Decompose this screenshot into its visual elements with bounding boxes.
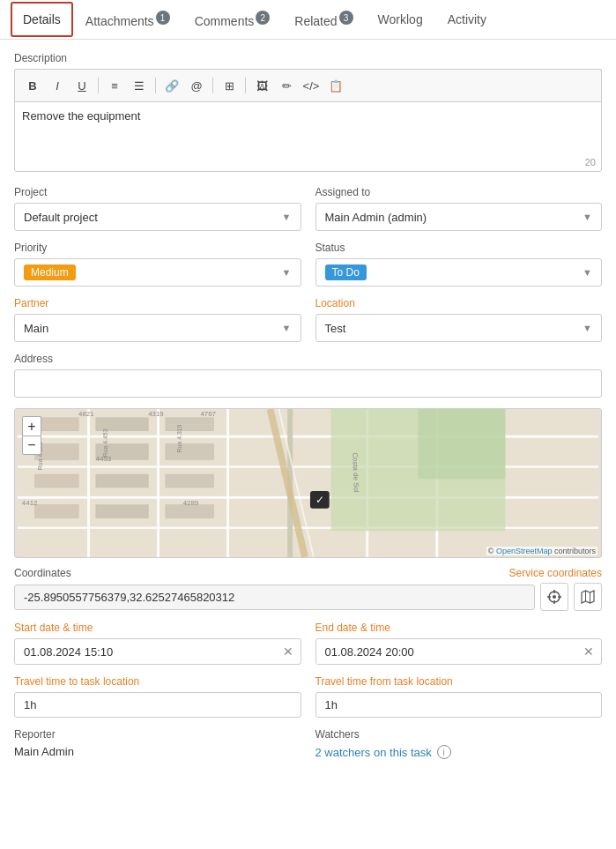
end-date-clear-button[interactable]: ✕ <box>576 639 601 664</box>
address-label: Address <box>14 353 602 365</box>
description-section: Description B I U ≡ ☰ 🔗 @ ⊞ 🖼 ✏ </> 📋 Re… <box>14 52 602 172</box>
status-select[interactable]: To Do ▼ <box>315 258 603 287</box>
location-field: Location Test ▼ <box>315 297 603 342</box>
status-field: Status To Do ▼ <box>315 242 603 287</box>
underline-button[interactable]: U <box>71 75 93 96</box>
status-label: Status <box>315 242 603 254</box>
tab-comments-label: Comments <box>195 14 255 28</box>
svg-rect-14 <box>419 409 506 479</box>
start-date-input-wrap: ✕ <box>14 638 301 665</box>
location-select[interactable]: Test ▼ <box>315 314 603 342</box>
image-button[interactable]: 🖼 <box>251 75 272 96</box>
svg-rect-26 <box>166 505 213 518</box>
service-coordinates-label: Service coordinates <box>509 567 602 579</box>
locate-button[interactable] <box>540 583 568 611</box>
priority-status-row: Priority Medium ▼ Status To Do ▼ <box>14 242 602 287</box>
unordered-list-button[interactable]: ☰ <box>129 75 150 96</box>
osm-link[interactable]: OpenStreetMap <box>496 547 553 555</box>
tab-attachments[interactable]: Attachments1 <box>73 0 182 39</box>
travel-to-input[interactable] <box>14 692 301 718</box>
address-input[interactable] <box>14 369 602 398</box>
tab-comments[interactable]: Comments2 <box>182 0 283 39</box>
watchers-info-icon[interactable]: i <box>437 745 451 759</box>
eraser-button[interactable]: ✏ <box>276 75 297 96</box>
coordinates-input[interactable] <box>14 585 535 610</box>
watchers-link[interactable]: 2 watchers on this task <box>315 746 432 759</box>
watchers-value: 2 watchers on this task i <box>315 745 603 759</box>
svg-text:4289: 4289 <box>183 499 199 507</box>
start-date-clear-button[interactable]: ✕ <box>276 639 301 664</box>
priority-label: Priority <box>14 242 301 254</box>
link-button[interactable]: 🔗 <box>161 75 182 96</box>
ordered-list-button[interactable]: ≡ <box>104 75 125 96</box>
priority-select[interactable]: Medium ▼ <box>14 258 301 287</box>
map-icon-button[interactable] <box>574 583 602 611</box>
tab-activity-label: Activity <box>448 12 486 26</box>
tab-related[interactable]: Related3 <box>282 0 365 39</box>
start-date-input[interactable] <box>15 640 276 664</box>
partner-value: Main <box>24 322 48 335</box>
assigned-to-select[interactable]: Main Admin (admin) ▼ <box>315 203 603 231</box>
project-chevron-icon: ▼ <box>282 212 292 222</box>
assigned-to-value: Main Admin (admin) <box>325 211 427 224</box>
coordinates-row <box>14 583 602 611</box>
svg-text:4821: 4821 <box>78 410 94 418</box>
end-date-label: End date & time <box>315 622 603 634</box>
assigned-to-chevron-icon: ▼ <box>583 212 592 222</box>
project-assigned-row: Project Default project ▼ Assigned to Ma… <box>14 186 602 231</box>
clipboard-button[interactable]: 📋 <box>325 75 346 96</box>
travel-from-field: Travel time from task location <box>315 675 603 718</box>
watchers-field: Watchers 2 watchers on this task i <box>315 728 603 759</box>
description-label: Description <box>14 52 602 64</box>
svg-text:Costa de Sol: Costa de Sol <box>351 452 360 493</box>
map-zoom-out-button[interactable]: − <box>22 436 41 455</box>
tab-worklog-label: Worklog <box>378 12 423 26</box>
partner-label: Partner <box>14 297 301 309</box>
bold-button[interactable]: B <box>22 75 43 96</box>
travel-times-row: Travel time to task location Travel time… <box>14 675 602 718</box>
reporter-field: Reporter Main Admin <box>14 728 301 759</box>
map-svg: Rua 4.821 Rua 4.453 Rua 4.319 4821 4319 … <box>15 409 601 557</box>
watchers-label: Watchers <box>315 728 603 741</box>
table-button[interactable]: ⊞ <box>219 75 240 96</box>
svg-rect-2 <box>18 465 598 467</box>
location-value: Test <box>325 322 346 335</box>
travel-from-input[interactable] <box>315 692 603 718</box>
status-chevron-icon: ▼ <box>583 267 592 278</box>
end-date-input[interactable] <box>316 640 577 664</box>
mention-button[interactable]: @ <box>186 75 207 96</box>
partner-field: Partner Main ▼ <box>14 297 301 342</box>
char-count: 20 <box>585 157 596 168</box>
toolbar-separator-1 <box>98 78 99 93</box>
map-zoom-controls: + − <box>22 416 41 455</box>
svg-rect-15 <box>35 418 78 431</box>
description-editor[interactable]: Remove the equipment 20 <box>14 101 602 172</box>
editor-toolbar: B I U ≡ ☰ 🔗 @ ⊞ 🖼 ✏ </> 📋 <box>14 69 602 101</box>
partner-location-row: Partner Main ▼ Location Test ▼ <box>14 297 602 342</box>
coordinates-header: Coordinates Service coordinates <box>14 567 602 579</box>
italic-button[interactable]: I <box>47 75 68 96</box>
svg-rect-6 <box>157 409 160 557</box>
project-label: Project <box>14 186 301 198</box>
project-select[interactable]: Default project ▼ <box>14 203 301 231</box>
map-container[interactable]: + − <box>14 408 602 558</box>
travel-to-field: Travel time to task location <box>14 675 301 718</box>
map-zoom-in-button[interactable]: + <box>22 416 41 436</box>
assigned-to-label: Assigned to <box>315 186 603 198</box>
description-text: Remove the equipment <box>22 109 594 123</box>
tab-details[interactable]: Details <box>11 2 73 37</box>
reporter-label: Reporter <box>14 728 301 741</box>
svg-text:✓: ✓ <box>315 494 324 506</box>
details-content: Description B I U ≡ ☰ 🔗 @ ⊞ 🖼 ✏ </> 📋 Re… <box>0 40 616 771</box>
partner-chevron-icon: ▼ <box>282 323 292 333</box>
tab-worklog[interactable]: Worklog <box>366 2 435 37</box>
code-button[interactable]: </> <box>301 75 322 96</box>
svg-text:Rua 4.453: Rua 4.453 <box>102 428 108 457</box>
svg-rect-7 <box>226 409 229 557</box>
svg-rect-5 <box>87 409 90 557</box>
related-badge: 3 <box>339 11 353 25</box>
tab-activity[interactable]: Activity <box>435 2 499 37</box>
comments-badge: 2 <box>256 11 270 25</box>
partner-select[interactable]: Main ▼ <box>14 314 301 342</box>
dates-row: Start date & time ✕ End date & time ✕ <box>14 622 602 665</box>
